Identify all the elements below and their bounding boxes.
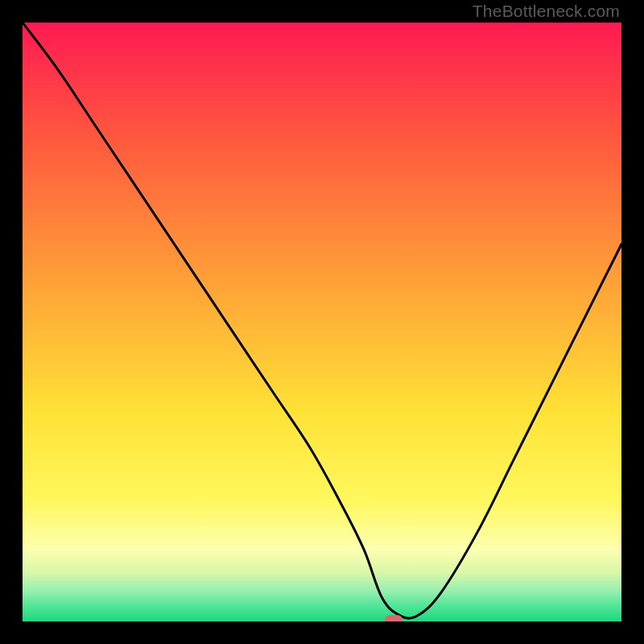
watermark-text: TheBottleneck.com	[473, 2, 620, 21]
plot-area	[23, 23, 621, 621]
chart-frame: TheBottleneck.com	[0, 0, 644, 644]
bottleneck-curve	[23, 23, 621, 621]
optimal-marker	[385, 615, 402, 621]
